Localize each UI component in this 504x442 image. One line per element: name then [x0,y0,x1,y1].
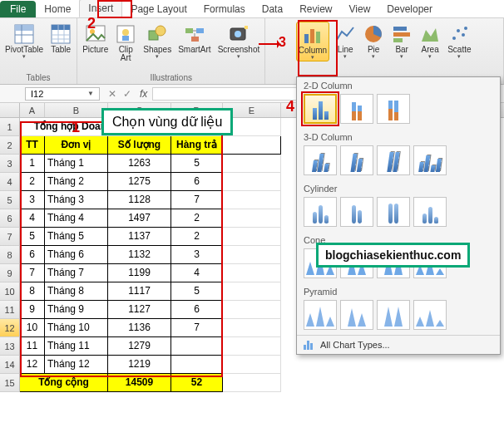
cell[interactable]: 12 [20,356,45,374]
cell[interactable]: Tháng 10 [45,319,108,337]
cell[interactable] [223,173,281,191]
cell[interactable] [223,118,281,136]
cell[interactable]: Tháng 11 [45,337,108,356]
col-header-D[interactable]: D [171,103,223,117]
title-cell[interactable]: Tổng hợp Doanh số Note 5 năm 2016 [20,118,223,136]
cell[interactable]: 1137 [108,228,171,246]
chart-type-stacked-pyramid[interactable] [340,300,373,330]
name-box[interactable]: I12 ▼ [25,87,100,101]
cell[interactable]: Tháng 7 [45,264,108,282]
chart-type-stacked-cone[interactable] [340,248,373,278]
row-header[interactable]: 6 [0,209,20,228]
cell[interactable] [223,319,281,337]
row-header[interactable]: 13 [0,337,20,356]
cell[interactable]: 52 [171,374,223,392]
cell[interactable]: 1132 [108,246,171,264]
row-header[interactable]: 14 [0,356,20,374]
cell[interactable]: 1497 [108,209,171,228]
row-header[interactable]: 8 [0,246,20,264]
cell[interactable]: 6 [20,246,45,264]
row-header[interactable]: 10 [0,282,20,301]
cell[interactable]: Tháng 12 [45,356,108,374]
cell[interactable]: 1 [20,155,45,173]
row-header[interactable]: 4 [0,173,20,191]
cell[interactable]: 14509 [108,374,171,392]
cell[interactable]: 1127 [108,301,171,319]
chart-type-clustered-cone[interactable] [304,248,337,278]
cell[interactable] [223,155,281,173]
cell[interactable]: 6 [171,173,223,191]
cell[interactable] [223,209,281,228]
cell[interactable]: 2 [171,209,223,228]
cell[interactable]: 4 [171,264,223,282]
chart-type-100pct-stacked-cylinder[interactable] [377,197,410,227]
picture-button[interactable]: Picture [81,22,110,56]
tab-page-layout[interactable]: Page Layout [122,1,195,17]
chart-type-stacked-cylinder[interactable] [340,197,373,227]
chart-type-100pct-stacked-pyramid[interactable] [377,300,410,330]
chart-type-3d-column[interactable] [413,145,447,175]
tab-file[interactable]: File [0,1,36,17]
row-header[interactable]: 7 [0,228,20,246]
cell[interactable]: 5 [171,282,223,301]
cell[interactable]: Đơn vị [45,136,108,155]
fx-icon[interactable]: fx [135,88,152,100]
cell[interactable]: 4 [20,209,45,228]
cell[interactable] [223,374,281,392]
all-chart-types-button[interactable]: All Chart Types... [297,335,500,354]
row-header[interactable]: 9 [0,264,20,282]
cell[interactable]: 7 [20,264,45,282]
pie-chart-button[interactable]: Pie ▾ [361,22,386,60]
chart-type-clustered-column-2d[interactable] [304,94,337,124]
cell[interactable]: Tháng 4 [45,209,108,228]
cell[interactable]: 1128 [108,191,171,209]
chart-type-3d-cone[interactable] [413,248,447,278]
row-header[interactable]: 12 [0,319,20,337]
total-label-cell[interactable]: Tổng cộng [20,374,108,392]
cell[interactable]: 7 [171,319,223,337]
chart-type-100pct-stacked-column-3d[interactable] [377,145,410,175]
col-header-B[interactable]: B [45,103,108,117]
cell[interactable]: Tháng 9 [45,301,108,319]
cell[interactable] [171,356,223,374]
cell[interactable]: 5 [171,155,223,173]
col-header-A[interactable]: A [20,103,45,117]
row-header[interactable]: 15 [0,374,20,392]
row-header[interactable]: 5 [0,191,20,209]
tab-home[interactable]: Home [36,1,79,17]
chart-type-clustered-pyramid[interactable] [304,300,337,330]
cell[interactable]: 10 [20,319,45,337]
cell[interactable]: Tháng 3 [45,191,108,209]
scatter-chart-button[interactable]: Scatte ▾ [446,22,472,60]
cell[interactable] [223,301,281,319]
cell[interactable]: 11 [20,337,45,356]
chart-type-100pct-stacked-column-2d[interactable] [377,94,410,124]
tab-review[interactable]: Review [291,1,340,17]
cell[interactable]: 1199 [108,264,171,282]
cell[interactable] [223,246,281,264]
tab-view[interactable]: View [341,1,379,17]
cell[interactable]: Tháng 5 [45,228,108,246]
cell[interactable]: Tháng 6 [45,246,108,264]
cell[interactable]: 1117 [108,282,171,301]
tab-data[interactable]: Data [254,1,291,17]
clipart-button[interactable]: Clip Art [113,22,138,64]
cell[interactable]: Tháng 1 [45,155,108,173]
cell[interactable]: 1263 [108,155,171,173]
cell[interactable]: 9 [20,301,45,319]
cell[interactable]: 3 [20,191,45,209]
cell[interactable]: 1279 [108,337,171,356]
pivottable-button[interactable]: PivotTable ▾ [3,22,45,60]
cell[interactable]: 8 [20,282,45,301]
cell[interactable] [223,228,281,246]
cell[interactable] [171,337,223,356]
row-header[interactable]: 2 [0,136,20,155]
table-button[interactable]: Table [48,22,73,56]
chart-type-stacked-column-2d[interactable] [340,94,373,124]
cell[interactable]: 2 [171,228,223,246]
cell[interactable] [223,356,281,374]
cell[interactable]: Hàng trả [171,136,223,155]
tab-insert[interactable]: Insert [79,0,122,17]
smartart-button[interactable]: SmartArt [176,22,212,56]
select-all-corner[interactable] [0,103,20,117]
